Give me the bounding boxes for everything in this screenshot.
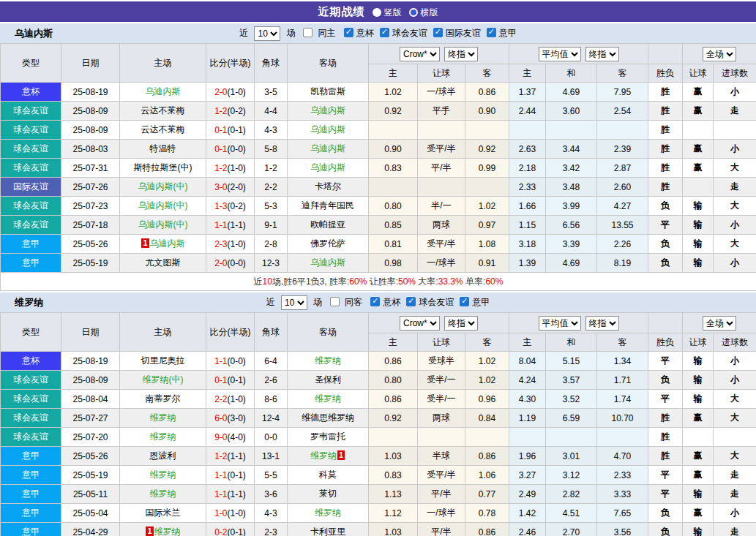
- average-group-header: 平均值终指: [509, 44, 648, 64]
- odds-away: 0.84: [465, 409, 509, 428]
- league-checkbox[interactable]: [460, 297, 469, 306]
- result-handicap: 赢: [683, 504, 714, 523]
- summary-stat-value: 60%: [485, 276, 503, 287]
- corners: 13-1: [255, 447, 288, 466]
- odds-away: 1.02: [465, 197, 509, 216]
- average-select[interactable]: 平均值: [539, 47, 581, 61]
- match-date: 25-08-09: [61, 102, 120, 121]
- avg-away: 4.70: [597, 447, 648, 466]
- match-type: 球会友谊: [1, 140, 61, 159]
- summary-stat-label: 大率:: [416, 276, 438, 287]
- col-header-home: 主场: [120, 313, 206, 352]
- away-team: 维罗纳: [288, 390, 369, 409]
- odds-source-select[interactable]: Crow*: [400, 316, 440, 331]
- result-outcome: 胜: [648, 140, 683, 159]
- match-type-badge: 球会友谊: [1, 121, 61, 139]
- result-outcome: 负: [648, 504, 683, 523]
- result-handicap: 赢: [683, 447, 714, 466]
- odds-handicap: 平/半: [418, 159, 465, 178]
- match-type-badge: 意甲: [1, 504, 61, 522]
- odds-handicap: 两球: [418, 216, 465, 235]
- avg-draw: [546, 121, 597, 140]
- away-team: 欧帕提亚: [288, 216, 369, 235]
- final-index-select[interactable]: 终指: [444, 47, 478, 61]
- final-index-select[interactable]: 终指: [444, 316, 478, 331]
- layout-radio-horizontal[interactable]: 横版: [409, 5, 438, 19]
- match-date: 25-05-26: [61, 447, 120, 466]
- avg-away: 2.60: [597, 178, 648, 197]
- match-count-select[interactable]: 10: [254, 26, 280, 41]
- avg-home: [509, 121, 546, 140]
- home-team: 乌迪内斯(中): [120, 178, 206, 197]
- match-type-badge: 球会友谊: [1, 371, 61, 389]
- avg-home: 3.18: [509, 235, 546, 254]
- avg-draw: 3.99: [546, 197, 597, 216]
- away-team: 罗韦雷托: [288, 428, 369, 447]
- layout-radio-vertical[interactable]: 竖版: [373, 5, 402, 19]
- match-row: 球会友谊25-07-31斯特拉斯堡(中)1-2(1-0)1-2乌迪内斯0.83平…: [1, 159, 756, 178]
- radio-vertical-label: 竖版: [384, 7, 402, 18]
- final-index-select-2[interactable]: 终指: [585, 47, 619, 61]
- corners: 3-5: [255, 83, 288, 102]
- corners: 2-3: [255, 523, 288, 536]
- avg-away: 3.56: [597, 523, 648, 536]
- league-checkbox[interactable]: [380, 28, 389, 37]
- red-card-badge: 1: [337, 450, 345, 460]
- match-type: 意甲: [1, 235, 61, 254]
- league-checkbox[interactable]: [433, 28, 443, 37]
- same-venue-checkbox[interactable]: [303, 28, 312, 37]
- col-header-avg-home: 主: [509, 333, 546, 352]
- league-checkbox[interactable]: [370, 297, 380, 306]
- league-checkbox[interactable]: [344, 28, 353, 37]
- league-checkbox[interactable]: [406, 297, 416, 306]
- red-card-badge: 1: [146, 526, 153, 536]
- match-date: 25-07-23: [61, 197, 120, 216]
- result-outcome: 胜: [648, 102, 683, 121]
- filter-controls: 近 10 场 同客 意杯球会友谊意甲: [265, 295, 492, 310]
- avg-home: [509, 428, 546, 447]
- avg-home: 3.27: [509, 466, 546, 485]
- match-row: 意甲25-05-19尤文图斯2-0(0-0)12-3乌迪内斯0.98一/球半0.…: [1, 254, 756, 273]
- scope-select[interactable]: 全场: [703, 316, 736, 331]
- avg-away: 7.95: [597, 83, 648, 102]
- match-type-badge: 国际友谊: [1, 178, 61, 196]
- result-outcome: 负: [648, 197, 683, 216]
- radio-selected-icon[interactable]: [373, 8, 381, 17]
- team-name-text: 卡塔尔: [315, 181, 341, 192]
- match-count-select[interactable]: 10: [281, 295, 307, 310]
- team-name-text: 云达不莱梅: [141, 124, 185, 135]
- col-header-corners: 角球: [255, 313, 288, 352]
- score: 0-2(0-1): [206, 523, 255, 536]
- result-handicap: 输: [683, 371, 714, 390]
- avg-away: 13.55: [597, 216, 648, 235]
- odds-source-select[interactable]: Crow*: [400, 47, 440, 61]
- avg-home: 1.19: [509, 409, 546, 428]
- filter-bar: 维罗纳 近 10 场 同客 意杯球会友谊意甲: [0, 291, 756, 312]
- same-venue-checkbox[interactable]: [330, 297, 340, 306]
- odds-home: 0.83: [369, 159, 418, 178]
- final-index-select-2[interactable]: 终指: [585, 316, 619, 331]
- result-outcome: 胜: [648, 178, 683, 197]
- match-row: 球会友谊25-07-18乌迪内斯(中)1-1(1-1)9-1欧帕提亚0.85两球…: [1, 216, 756, 235]
- col-header-avg-draw: 和: [546, 333, 597, 352]
- result-goals: 大: [714, 159, 756, 178]
- match-row: 球会友谊25-07-20维罗纳9-0(4-0)0-0罗韦雷托胜: [1, 428, 756, 447]
- col-header-handicap-result: 让球: [683, 333, 714, 352]
- home-team: 尤文图斯: [120, 254, 206, 273]
- score: 1-2(1-0): [206, 159, 255, 178]
- average-select[interactable]: 平均值: [539, 316, 581, 331]
- odds-home: [369, 428, 418, 447]
- team-name-text: 维罗纳: [150, 488, 176, 499]
- team-name-text: 乌迪内斯: [310, 162, 345, 173]
- scope-select[interactable]: 全场: [703, 47, 736, 61]
- avg-draw: 4.69: [546, 254, 597, 273]
- result-outcome: 胜: [648, 83, 683, 102]
- odds-handicap: 一/球半: [418, 504, 465, 523]
- odds-away: 0.86: [465, 83, 509, 102]
- league-checkbox[interactable]: [487, 28, 496, 37]
- odds-away: 0.92: [465, 140, 509, 159]
- radio-unselected-icon[interactable]: [409, 8, 418, 17]
- match-row: 意甲25-05-261乌迪内斯2-3(1-0)2-8佛罗伦萨0.81受平/半1.…: [1, 235, 756, 254]
- match-type: 意甲: [1, 523, 61, 536]
- match-row: 球会友谊25-08-03特温特0-1(0-0)5-8乌迪内斯0.90受平/半0.…: [1, 140, 756, 159]
